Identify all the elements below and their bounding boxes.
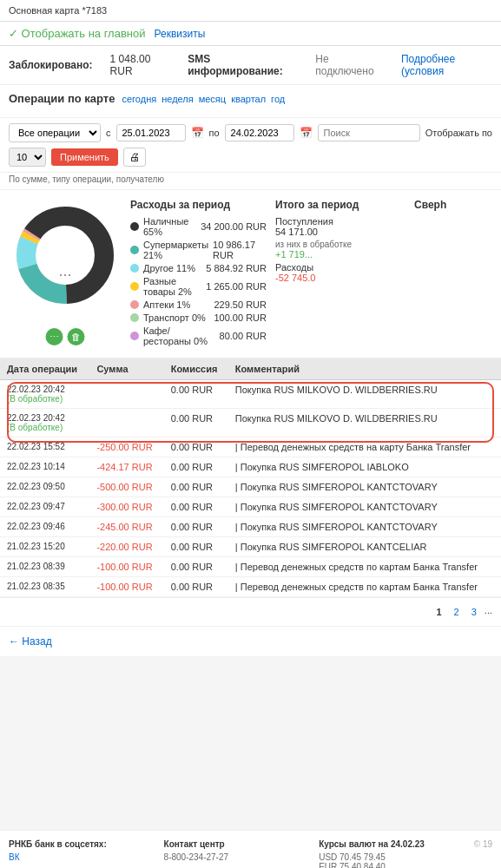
cell-date: 21.02.23 15:20 xyxy=(0,537,89,557)
period-today[interactable]: сегодня xyxy=(122,94,156,104)
legend-item-1: Супермаркеты 21% 10 986.17 RUR xyxy=(130,240,267,260)
footer-usd: USD 70.45 79.45 xyxy=(319,852,457,862)
search-input[interactable] xyxy=(318,124,420,141)
cell-comment: | Перевод денежных средств по картам Бан… xyxy=(228,557,501,577)
cell-amount: -100.00 RUR xyxy=(89,577,163,597)
col-commission: Комиссия xyxy=(164,358,228,380)
cell-commission: 0.00 RUR xyxy=(164,537,228,557)
footer-phone[interactable]: 8-800-234-27-27 xyxy=(164,852,302,862)
calendar-to-icon[interactable]: 📅 xyxy=(300,127,313,139)
table-row: 22.02.23 09:47 -300.00 RUR 0.00 RUR | По… xyxy=(0,497,501,517)
back-section: Назад xyxy=(0,627,501,656)
sms-label: SMS информирование: xyxy=(188,53,298,77)
totals-expenses: Расходы -52 745.0 xyxy=(275,262,405,283)
date-to-label: по xyxy=(209,128,220,138)
blocked-bar: Заблокировано: 1 048.00 RUR SMS информир… xyxy=(0,46,501,85)
period-quarter[interactable]: квартал xyxy=(231,94,266,104)
table-row: 22.02.23 20:42(В обработке) 0.00 RUR Пок… xyxy=(0,380,501,409)
cell-comment: Покупка RUS MILKOVO D. WILDBERRIES.RU xyxy=(228,380,501,409)
cell-commission: 0.00 RUR xyxy=(164,380,228,409)
cell-commission: 0.00 RUR xyxy=(164,437,228,457)
ops-type-select[interactable]: Все операции xyxy=(9,123,101,142)
per-page-select[interactable]: 10 xyxy=(9,148,46,167)
date-to-input[interactable] xyxy=(225,124,294,141)
date-from-input[interactable] xyxy=(116,124,186,141)
donut-icon-trash[interactable]: 🗑 xyxy=(68,328,85,345)
period-week[interactable]: неделя xyxy=(162,94,194,104)
page-2[interactable]: 2 xyxy=(450,605,464,619)
top-bar: Основная карта *7183 xyxy=(0,0,501,22)
blocked-value: 1 048.00 RUR xyxy=(110,53,171,77)
filter-row: Все операции с 📅 по 📅 Отображать по 10 П… xyxy=(0,118,501,173)
display-on-main-checkbox[interactable]: ✓ Отображать на главной xyxy=(9,27,146,40)
date-from-label: с xyxy=(106,128,111,138)
period-month[interactable]: месяц xyxy=(199,94,226,104)
filter-hint: По сумме, типу операции, получателю xyxy=(0,173,501,190)
back-link[interactable]: Назад xyxy=(9,635,52,648)
details-link[interactable]: Подробнее (условия xyxy=(401,53,492,77)
cell-date: 22.02.23 20:42(В обработке) xyxy=(0,409,89,437)
cell-commission: 0.00 RUR xyxy=(164,557,228,577)
cell-commission: 0.00 RUR xyxy=(164,517,228,537)
print-button[interactable]: 🖨 xyxy=(123,148,146,167)
donut-chart: ··· ⋯ 🗑 xyxy=(9,199,122,349)
page-1[interactable]: 1 xyxy=(432,605,445,619)
cell-date: 22.02.23 09:47 xyxy=(0,497,89,517)
cell-date: 22.02.23 09:50 xyxy=(0,477,89,497)
ops-header: Операции по карте сегодня неделя месяц к… xyxy=(0,85,501,118)
cell-amount: -250.00 RUR xyxy=(89,437,163,457)
col-comment: Комментарий xyxy=(228,358,501,380)
legend-item-2: Другое 11% 5 884.92 RUR xyxy=(130,263,267,273)
cell-date: 22.02.23 15:52 xyxy=(0,437,89,457)
col-date: Дата операции xyxy=(0,358,89,380)
blocked-label: Заблокировано: xyxy=(9,59,93,71)
charts-section: ··· ⋯ 🗑 Расходы за период Наличные 65% 3… xyxy=(0,190,501,358)
cell-commission: 0.00 RUR xyxy=(164,497,228,517)
col-amount: Сумма xyxy=(89,358,163,380)
cell-comment: | Покупка RUS SIMFEROPOL KANTCTOVARY xyxy=(228,497,501,517)
footer: РНКБ банк в соцсетях: ВК Контакт центр 8… xyxy=(0,830,501,868)
legend-item-3: Разные товары 2% 1 265.00 RUR xyxy=(130,276,267,297)
requisites-link[interactable]: Реквизиты xyxy=(155,28,206,40)
table-row: 22.02.23 15:52 -250.00 RUR 0.00 RUR | Пе… xyxy=(0,437,501,457)
pagination: 1 2 3 ... xyxy=(0,598,501,627)
operations-table: Дата операции Сумма Комиссия Комментарий… xyxy=(0,358,501,597)
donut-icon-dots[interactable]: ⋯ xyxy=(46,328,63,345)
cell-comment: | Покупка RUS SIMFEROPOL KANTCTOVARY xyxy=(228,477,501,497)
period-year[interactable]: год xyxy=(271,94,285,104)
social-vk[interactable]: ВК xyxy=(9,852,147,862)
legend-item-4: Аптеки 1% 229.50 RUR xyxy=(130,299,267,310)
page-3[interactable]: 3 xyxy=(467,605,481,619)
cell-comment: | Покупка RUS SIMFEROPOL KANTCTOVARY xyxy=(228,517,501,537)
cell-date: 21.02.23 08:35 xyxy=(0,577,89,597)
cell-amount: -220.00 RUR xyxy=(89,537,163,557)
table-row: 22.02.23 10:14 -424.17 RUR 0.00 RUR | По… xyxy=(0,457,501,477)
table-row: 22.02.23 09:50 -500.00 RUR 0.00 RUR | По… xyxy=(0,477,501,497)
ops-table-section: Дата операции Сумма Комиссия Комментарий… xyxy=(0,358,501,598)
apply-button[interactable]: Применить xyxy=(51,148,118,166)
table-row: 22.02.23 09:46 -245.00 RUR 0.00 RUR | По… xyxy=(0,517,501,537)
footer-social: РНКБ банк в соцсетях: ВК xyxy=(9,839,147,868)
totals-in-process: из них в обработке +1 719... xyxy=(275,240,405,260)
filter-hint-text: По сумме, типу операции, получателю xyxy=(9,174,164,184)
cell-comment: | Покупка RUS SIMFEROPOL KANTCELIAR xyxy=(228,537,501,557)
totals-title: Итого за период xyxy=(275,199,405,211)
table-row: 21.02.23 08:39 -100.00 RUR 0.00 RUR | Пе… xyxy=(0,557,501,577)
cell-comment: Покупка RUS MILKOVO D. WILDBERRIES.RU xyxy=(228,409,501,437)
donut-svg xyxy=(9,199,122,312)
cell-amount xyxy=(89,409,163,437)
cell-date: 22.02.23 20:42(В обработке) xyxy=(0,380,89,409)
cell-amount: -424.17 RUR xyxy=(89,457,163,477)
legend-item-5: Транспорт 0% 100.00 RUR xyxy=(130,312,267,323)
card-link[interactable]: Основная карта *7183 xyxy=(9,5,107,16)
cell-date: 22.02.23 09:46 xyxy=(0,517,89,537)
calendar-from-icon[interactable]: 📅 xyxy=(191,127,204,139)
table-row: 21.02.23 15:20 -220.00 RUR 0.00 RUR | По… xyxy=(0,537,501,557)
cell-commission: 0.00 RUR xyxy=(164,409,228,437)
cell-amount xyxy=(89,380,163,409)
table-row: 22.02.23 20:42(В обработке) 0.00 RUR Пок… xyxy=(0,409,501,437)
cell-comment: | Перевод денежных средств по картам Бан… xyxy=(228,577,501,597)
footer-rates: Курсы валют на 24.02.23 USD 70.45 79.45 … xyxy=(319,839,457,868)
legend-item-0: Наличные 65% 34 200.00 RUR xyxy=(130,216,267,237)
cell-comment: | Покупка RUS SIMFEROPOL IABLOKO xyxy=(228,457,501,477)
